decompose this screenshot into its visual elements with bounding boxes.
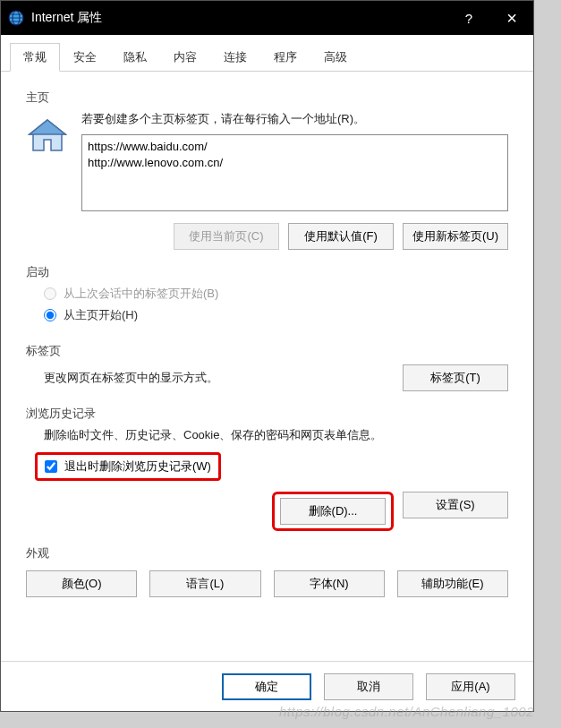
titlebar: Internet 属性 ? × <box>1 1 533 35</box>
homepage-urls-input[interactable] <box>81 134 508 211</box>
browsing-history-description: 删除临时文件、历史记录、Cookie、保存的密码和网页表单信息。 <box>44 427 508 443</box>
appearance-label: 外观 <box>26 545 508 561</box>
browsing-history-section: 浏览历史记录 删除临时文件、历史记录、Cookie、保存的密码和网页表单信息。 … <box>26 400 508 531</box>
delete-on-exit-row[interactable]: 退出时删除浏览历史记录(W) <box>35 452 221 481</box>
tab-connections[interactable]: 连接 <box>210 43 260 72</box>
colors-button[interactable]: 颜色(O) <box>26 570 137 597</box>
internet-options-icon <box>8 10 24 26</box>
use-current-page-button: 使用当前页(C) <box>174 223 279 250</box>
delete-on-exit-label: 退出时删除浏览历史记录(W) <box>64 458 211 475</box>
use-default-button[interactable]: 使用默认值(F) <box>288 223 394 250</box>
homepage-instruction: 若要创建多个主页标签页，请在每行输入一个地址(R)。 <box>81 111 508 127</box>
home-icon <box>26 115 69 158</box>
accessibility-button[interactable]: 辅助功能(E) <box>397 570 508 597</box>
tab-programs[interactable]: 程序 <box>260 43 310 72</box>
delete-button-highlight: 删除(D)... <box>272 492 394 531</box>
homepage-label: 主页 <box>26 90 508 106</box>
internet-options-window: Internet 属性 ? × 常规 安全 隐私 内容 连接 程序 高级 主页 … <box>0 0 534 712</box>
startup-homepage-label: 从主页开始(H) <box>64 307 138 323</box>
appearance-section: 外观 颜色(O) 语言(L) 字体(N) 辅助功能(E) <box>26 540 508 597</box>
tab-content-panel: 主页 若要创建多个主页标签页，请在每行输入一个地址(R)。 使用当前页(C) 使… <box>1 72 533 615</box>
tabs-settings-button[interactable]: 标签页(T) <box>403 364 508 391</box>
close-button[interactable]: × <box>490 1 533 35</box>
tabs-section: 标签页 更改网页在标签页中的显示方式。 标签页(T) <box>26 338 508 391</box>
startup-last-session-radio <box>44 287 56 300</box>
delete-history-button[interactable]: 删除(D)... <box>280 498 386 525</box>
delete-on-exit-checkbox[interactable] <box>45 460 57 473</box>
tab-general[interactable]: 常规 <box>10 43 60 72</box>
history-settings-button[interactable]: 设置(S) <box>403 492 508 518</box>
tabs-label: 标签页 <box>26 343 508 359</box>
tabs-description: 更改网页在标签页中的显示方式。 <box>44 370 218 386</box>
browsing-history-label: 浏览历史记录 <box>26 406 508 422</box>
tab-strip: 常规 安全 隐私 内容 连接 程序 高级 <box>1 35 533 72</box>
startup-homepage-row[interactable]: 从主页开始(H) <box>44 307 508 323</box>
help-button[interactable]: ? <box>447 1 490 35</box>
cancel-button[interactable]: 取消 <box>324 673 413 700</box>
languages-button[interactable]: 语言(L) <box>149 570 260 597</box>
ok-button[interactable]: 确定 <box>222 673 311 700</box>
startup-last-session-label: 从上次会话中的标签页开始(B) <box>64 286 218 302</box>
window-title: Internet 属性 <box>31 10 447 26</box>
homepage-section: 主页 若要创建多个主页标签页，请在每行输入一个地址(R)。 使用当前页(C) 使… <box>26 84 508 250</box>
tab-security[interactable]: 安全 <box>60 43 110 72</box>
startup-last-session-row[interactable]: 从上次会话中的标签页开始(B) <box>44 286 508 302</box>
fonts-button[interactable]: 字体(N) <box>274 570 385 597</box>
tab-privacy[interactable]: 隐私 <box>110 43 160 72</box>
watermark-text: https://blog.csdn.net/AnChenliang_1002 <box>279 704 534 719</box>
startup-section: 启动 从上次会话中的标签页开始(B) 从主页开始(H) <box>26 259 508 329</box>
startup-label: 启动 <box>26 264 508 280</box>
tab-advanced[interactable]: 高级 <box>310 43 361 72</box>
svg-marker-3 <box>30 120 65 134</box>
use-new-tab-button[interactable]: 使用新标签页(U) <box>403 223 508 250</box>
startup-homepage-radio[interactable] <box>44 309 56 321</box>
apply-button[interactable]: 应用(A) <box>426 673 515 700</box>
tab-content[interactable]: 内容 <box>160 43 210 72</box>
